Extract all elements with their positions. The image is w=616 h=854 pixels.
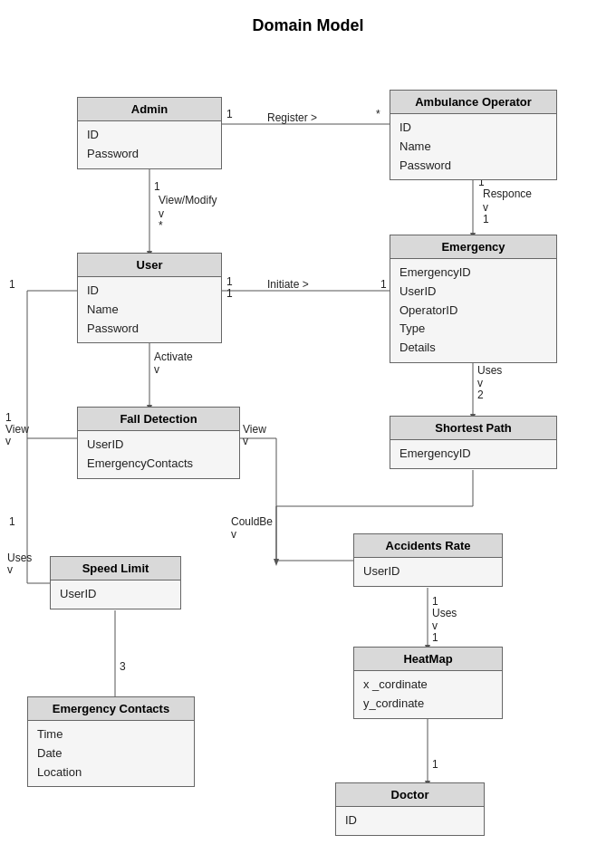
label-couldbe-arrow: v (231, 528, 236, 541)
entity-ambulance-field-1: Name (399, 138, 547, 157)
page-title: Domain Model (0, 0, 616, 44)
entity-ec-field-0: Time (37, 725, 185, 744)
label-1-speedlimit-left: 1 (9, 515, 15, 528)
entity-user-field-1: Name (87, 301, 212, 320)
label-register: Register > (267, 111, 317, 124)
label-uses-heatmap: Uses (432, 607, 457, 619)
entity-heatmap-field-1: y_cordinate (363, 695, 493, 714)
label-uses-sp-arrow: v (477, 377, 483, 389)
label-uses-speedlimit: Uses (7, 552, 32, 564)
label-viewmodify-arrow: v (159, 207, 164, 220)
label-viewmodify-star: * (159, 219, 163, 232)
entity-accidents-header: Accidents Rate (354, 534, 502, 558)
label-initiate-1left: 1 (226, 275, 233, 288)
entity-emergency-field-1: UserID (399, 283, 547, 302)
entity-user-field-0: ID (87, 282, 212, 301)
entity-ambulance-header: Ambulance Operator (390, 91, 556, 114)
label-admin-mult-1: 1 (226, 108, 233, 120)
entity-user-body: ID Name Password (78, 277, 221, 342)
entity-ambulance-field-0: ID (399, 119, 547, 138)
label-viewmodify: View/Modify (159, 194, 217, 206)
entity-fall-header: Fall Detection (78, 408, 239, 431)
entity-ambulance-body: ID Name Password (390, 114, 556, 179)
entity-emergency-header: Emergency (390, 235, 556, 259)
entity-speed-body: UserID (51, 581, 180, 609)
entity-emergency-field-3: Type (399, 320, 547, 339)
entity-shortest-header: Shortest Path (390, 417, 556, 440)
entity-ec-body: Time Date Location (28, 721, 194, 786)
entity-accidents-field-0: UserID (363, 562, 493, 581)
entity-emergency-field-4: Details (399, 339, 547, 358)
entity-shortest-body: EmergencyID (390, 440, 556, 468)
entity-emergency-contacts: Emergency Contacts Time Date Location (27, 696, 195, 787)
label-initiate-1right2: 1 (226, 287, 233, 300)
entity-heatmap-body: x _cordinate y_cordinate (354, 671, 502, 718)
entity-emergency-field-2: OperatorID (399, 302, 547, 321)
entity-doctor: Doctor ID (335, 782, 485, 836)
entity-admin-header: Admin (78, 98, 221, 121)
label-heatmap-doctor-1: 1 (432, 758, 438, 771)
label-1-left-view: 1 (5, 411, 12, 424)
svg-marker-21 (274, 559, 279, 566)
label-view-left: View (5, 423, 29, 436)
entity-ambulance-operator: Ambulance Operator ID Name Password (390, 90, 557, 180)
entity-admin-body: ID Password (78, 121, 221, 168)
label-responce-arrow: v (483, 201, 488, 214)
entity-fall-field-0: UserID (87, 436, 230, 455)
label-initiate: Initiate > (267, 278, 309, 291)
entity-user: User ID Name Password (77, 253, 222, 343)
diagram-container: 1 * Register > 1 View/Modify v * 1 Respo… (0, 44, 616, 854)
entity-speed-field-0: UserID (60, 585, 171, 604)
entity-heatmap-field-0: x _cordinate (363, 676, 493, 695)
entity-speed-limit: Speed Limit UserID (50, 556, 181, 609)
label-uses-sp-2: 2 (477, 389, 484, 401)
label-responce: Responce (483, 187, 532, 200)
entity-emergency-body: EmergencyID UserID OperatorID Type Detai… (390, 259, 556, 362)
entity-doctor-field-0: ID (345, 811, 475, 830)
label-uses-sp: Uses (477, 364, 502, 377)
entity-fall-detection: Fall Detection UserID EmergencyContacts (77, 407, 240, 479)
label-uses-speedlimit-arrow: v (7, 563, 13, 576)
entity-admin-field-1: Password (87, 145, 212, 164)
entity-ec-field-2: Location (37, 763, 185, 782)
entity-heatmap: HeatMap x _cordinate y_cordinate (353, 647, 503, 719)
entity-doctor-body: ID (336, 807, 484, 835)
label-view-right: View (243, 423, 266, 436)
entity-speed-header: Speed Limit (51, 557, 180, 581)
entity-ec-header: Emergency Contacts (28, 697, 194, 721)
label-uses-accidents-1: 1 (432, 595, 438, 608)
entity-heatmap-header: HeatMap (354, 648, 502, 671)
label-activate: Activate (154, 350, 193, 363)
entity-accidents-body: UserID (354, 558, 502, 586)
entity-fall-body: UserID EmergencyContacts (78, 431, 239, 478)
entity-fall-field-1: EmergencyContacts (87, 455, 230, 474)
entity-user-header: User (78, 254, 221, 277)
label-uses-heatmap-arrow: v (432, 619, 438, 632)
entity-emergency: Emergency EmergencyID UserID OperatorID … (390, 235, 557, 363)
entity-shortest-field-0: EmergencyID (399, 445, 547, 464)
label-1-user-left: 1 (9, 278, 15, 291)
label-view-left-arrow: v (5, 435, 11, 447)
label-responce-1bot: 1 (483, 213, 489, 225)
label-couldbe: CouldBe (231, 515, 273, 528)
label-admin-mult-star: * (376, 108, 380, 120)
entity-ambulance-field-2: Password (399, 157, 547, 176)
entity-admin-field-0: ID (87, 126, 212, 145)
entity-emergency-field-0: EmergencyID (399, 264, 547, 283)
entity-ec-field-1: Date (37, 744, 185, 763)
label-uses-heatmap-1: 1 (432, 631, 438, 644)
entity-accidents-rate: Accidents Rate UserID (353, 533, 503, 587)
entity-user-field-2: Password (87, 320, 212, 339)
entity-shortest-path: Shortest Path EmergencyID (390, 416, 557, 469)
entity-admin: Admin ID Password (77, 97, 222, 169)
entity-doctor-header: Doctor (336, 783, 484, 807)
label-admin-viewmodify-1: 1 (154, 180, 160, 193)
label-view-right-arrow: v (243, 435, 248, 447)
label-initiate-1far: 1 (380, 278, 387, 291)
label-activate-arrow: v (154, 363, 159, 376)
label-3-speedlimit: 3 (120, 660, 126, 673)
